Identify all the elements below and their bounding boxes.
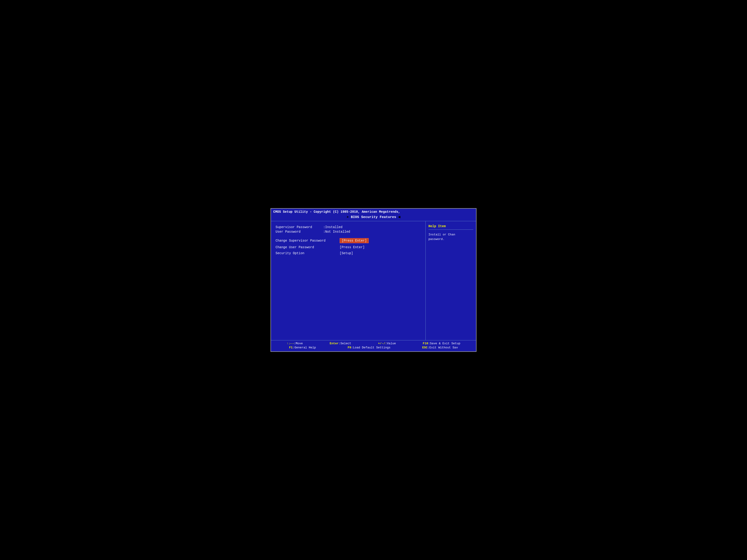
footer-save-exit: F10:Save & Exit Setup (423, 342, 460, 345)
arrow-right-icon: ◄ (398, 215, 401, 219)
menu-item-change-user[interactable]: Change User Password [Press Enter] (276, 245, 421, 249)
footer-exit-nosave: ESC:Exit Without Sav (422, 346, 458, 349)
change-user-label: Change User Password (276, 245, 340, 249)
main-area: Supervisor Password :Installed User Pass… (271, 221, 476, 340)
supervisor-password-label: Supervisor Password (276, 225, 321, 229)
footer-general-help: F1:General Help (289, 346, 316, 349)
change-supervisor-label: Change Supervisor Password (276, 239, 340, 242)
footer-row-2: F1:General Help F9:Load Default Settings… (273, 346, 474, 349)
security-option-label: Security Option (276, 251, 340, 255)
title-bar: CMOS Setup Utility - Copyright (C) 1985-… (271, 209, 476, 221)
footer-row-1: ↑↓←→:Move Enter:Select +/-/:Value F10:Sa… (273, 342, 474, 345)
help-text: Install or Chanpassword. (429, 233, 473, 241)
arrow-left-icon: ➤ (346, 215, 349, 220)
menu-item-security-option[interactable]: Security Option [Setup] (276, 251, 421, 255)
menu-section: Change Supervisor Password [Press Enter]… (276, 238, 421, 255)
section-title-text: BIOS Security Features (351, 215, 396, 219)
content-panel: Supervisor Password :Installed User Pass… (271, 221, 426, 340)
security-option-value: [Setup] (340, 251, 353, 255)
footer-select: Enter:Select (330, 342, 351, 345)
user-password-value: :Not Installed (323, 230, 350, 234)
section-title: ➤ BIOS Security Features ◄ (273, 215, 474, 220)
help-panel: Help Item Install or Chanpassword. (426, 221, 476, 340)
copyright-text: CMOS Setup Utility - Copyright (C) 1985-… (273, 210, 474, 214)
footer-load-defaults: F9:Load Default Settings (347, 346, 390, 349)
user-password-label: User Password (276, 230, 321, 234)
change-user-value: [Press Enter] (340, 245, 365, 249)
user-password-row: User Password :Not Installed (276, 230, 421, 234)
bios-screen: CMOS Setup Utility - Copyright (C) 1985-… (271, 208, 476, 352)
footer-move: ↑↓←→:Move (287, 342, 303, 345)
supervisor-password-value: :Installed (323, 225, 342, 229)
help-title: Help Item (429, 224, 473, 230)
change-supervisor-value: [Press Enter] (340, 238, 369, 243)
menu-item-change-supervisor[interactable]: Change Supervisor Password [Press Enter] (276, 238, 421, 243)
footer-value: +/-/:Value (378, 342, 396, 345)
status-section: Supervisor Password :Installed User Pass… (276, 225, 421, 234)
footer: ↑↓←→:Move Enter:Select +/-/:Value F10:Sa… (271, 340, 476, 351)
supervisor-password-row: Supervisor Password :Installed (276, 225, 421, 229)
